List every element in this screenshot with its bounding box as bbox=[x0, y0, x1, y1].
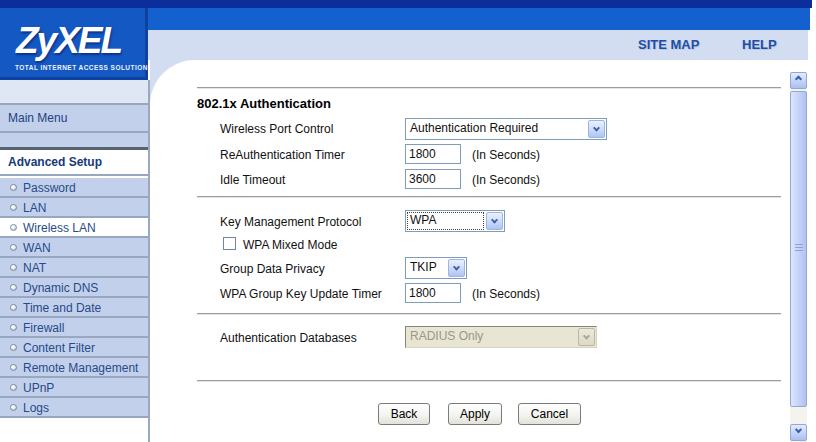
reauth-timer-input[interactable] bbox=[405, 144, 461, 164]
logo-brand-text: ZyXEL bbox=[16, 20, 121, 62]
sidebar-item-time-and-date[interactable]: Time and Date bbox=[0, 298, 148, 318]
sidebar-item-label: Password bbox=[23, 181, 76, 195]
help-link[interactable]: HELP bbox=[742, 37, 777, 52]
radio-bullet-icon bbox=[10, 304, 17, 311]
radio-bullet-icon bbox=[10, 344, 17, 351]
wpa-mixed-mode-label: WPA Mixed Mode bbox=[243, 238, 337, 252]
sidebar-nav: Main Menu Advanced Setup Password LAN Wi… bbox=[0, 80, 150, 442]
radio-bullet-icon bbox=[10, 364, 17, 371]
sidebar-item-wireless-lan[interactable]: Wireless LAN bbox=[0, 218, 148, 238]
sidebar-item-label: NAT bbox=[23, 261, 46, 275]
wpa-group-key-timer-suffix: (In Seconds) bbox=[472, 287, 540, 301]
sidebar-item-label: WAN bbox=[23, 241, 51, 255]
sidebar-item-content-filter[interactable]: Content Filter bbox=[0, 338, 148, 358]
radio-bullet-icon bbox=[10, 244, 17, 251]
header-blue-bar bbox=[148, 8, 810, 30]
sidebar-item-upnp[interactable]: UPnP bbox=[0, 378, 148, 398]
sidebar-item-label: UPnP bbox=[23, 381, 54, 395]
sidebar-item-label: Remote Management bbox=[23, 361, 138, 375]
sidebar-item-label: Content Filter bbox=[23, 341, 95, 355]
wireless-port-control-value: Authentication Required bbox=[406, 119, 587, 139]
sidebar-item-logs[interactable]: Logs bbox=[0, 398, 148, 418]
sidebar-item-wan[interactable]: WAN bbox=[0, 238, 148, 258]
sidebar-spacer-bar bbox=[0, 133, 148, 147]
sidebar-item-password[interactable]: Password bbox=[0, 178, 148, 198]
top-navy-strip bbox=[0, 0, 812, 8]
sidebar-section-advanced-setup: Advanced Setup bbox=[0, 150, 148, 176]
sidebar-item-label: Dynamic DNS bbox=[23, 281, 98, 295]
sidebar-item-main-menu[interactable]: Main Menu bbox=[0, 103, 148, 133]
divider bbox=[197, 380, 781, 382]
radio-bullet-icon bbox=[10, 284, 17, 291]
radio-bullet-icon bbox=[10, 224, 17, 231]
sidebar-item-nat[interactable]: NAT bbox=[0, 258, 148, 278]
apply-button[interactable]: Apply bbox=[448, 403, 502, 425]
chevron-down-icon[interactable] bbox=[448, 259, 465, 277]
divider bbox=[197, 313, 781, 315]
cancel-button[interactable]: Cancel bbox=[518, 403, 581, 425]
key-management-protocol-label: Key Management Protocol bbox=[220, 215, 361, 229]
scrollbar-thumb[interactable] bbox=[790, 91, 807, 407]
sidebar-top-spacer bbox=[0, 80, 148, 103]
sidebar-item-dynamic-dns[interactable]: Dynamic DNS bbox=[0, 278, 148, 298]
logo-tagline: TOTAL INTERNET ACCESS SOLUTION bbox=[15, 64, 148, 71]
zyxel-router-config-page: ZyXEL TOTAL INTERNET ACCESS SOLUTION SIT… bbox=[0, 0, 816, 442]
authentication-databases-value: RADIUS Only bbox=[406, 327, 577, 347]
radio-bullet-icon bbox=[10, 204, 17, 211]
chevron-down-icon bbox=[578, 328, 595, 346]
reauth-timer-label: ReAuthentication Timer bbox=[220, 148, 345, 162]
divider bbox=[197, 87, 781, 89]
idle-timeout-label: Idle Timeout bbox=[220, 173, 285, 187]
radio-bullet-icon bbox=[10, 264, 17, 271]
zyxel-logo: ZyXEL TOTAL INTERNET ACCESS SOLUTION bbox=[0, 8, 148, 80]
idle-timeout-suffix: (In Seconds) bbox=[472, 173, 540, 187]
radio-bullet-icon bbox=[10, 404, 17, 411]
sidebar-item-label: LAN bbox=[23, 201, 46, 215]
header-band: SITE MAP HELP bbox=[148, 30, 808, 60]
scrollbar-grip bbox=[795, 244, 803, 252]
page-title: 802.1x Authentication bbox=[197, 96, 331, 111]
sidebar-item-list: Password LAN Wireless LAN WAN NAT Dynami… bbox=[0, 178, 148, 418]
reauth-timer-suffix: (In Seconds) bbox=[472, 148, 540, 162]
authentication-databases-label: Authentication Databases bbox=[220, 331, 357, 345]
chevron-down-icon[interactable] bbox=[588, 120, 605, 138]
group-data-privacy-label: Group Data Privacy bbox=[220, 262, 325, 276]
wireless-port-control-label: Wireless Port Control bbox=[220, 122, 333, 136]
wpa-group-key-timer-input[interactable] bbox=[405, 283, 461, 303]
wpa-group-key-timer-label: WPA Group Key Update Timer bbox=[220, 287, 382, 301]
radio-bullet-icon bbox=[10, 384, 17, 391]
back-button[interactable]: Back bbox=[378, 403, 430, 425]
idle-timeout-input[interactable] bbox=[405, 169, 461, 189]
sidebar-item-label: Wireless LAN bbox=[23, 221, 96, 235]
site-map-link[interactable]: SITE MAP bbox=[638, 37, 699, 52]
wireless-port-control-select[interactable]: Authentication Required bbox=[405, 118, 607, 140]
group-data-privacy-select[interactable]: TKIP bbox=[405, 257, 467, 279]
content-panel: 802.1x Authentication Wireless Port Cont… bbox=[150, 60, 790, 442]
key-management-protocol-select[interactable]: WPA bbox=[405, 210, 505, 232]
sidebar-item-label: Time and Date bbox=[23, 301, 101, 315]
radio-bullet-icon bbox=[10, 184, 17, 191]
sidebar-item-firewall[interactable]: Firewall bbox=[0, 318, 148, 338]
authentication-databases-select: RADIUS Only bbox=[405, 326, 597, 348]
vertical-scrollbar[interactable] bbox=[790, 72, 807, 442]
scroll-down-icon[interactable] bbox=[790, 424, 807, 441]
group-data-privacy-value: TKIP bbox=[406, 258, 447, 278]
sidebar-item-lan[interactable]: LAN bbox=[0, 198, 148, 218]
divider bbox=[197, 196, 781, 198]
radio-bullet-icon bbox=[10, 324, 17, 331]
chevron-down-icon[interactable] bbox=[486, 212, 503, 230]
scroll-up-icon[interactable] bbox=[790, 72, 807, 89]
sidebar-item-remote-management[interactable]: Remote Management bbox=[0, 358, 148, 378]
wpa-mixed-mode-checkbox[interactable] bbox=[223, 237, 236, 250]
sidebar-item-label: Logs bbox=[23, 401, 49, 415]
key-management-protocol-value: WPA bbox=[406, 211, 485, 231]
sidebar-item-label: Firewall bbox=[23, 321, 64, 335]
